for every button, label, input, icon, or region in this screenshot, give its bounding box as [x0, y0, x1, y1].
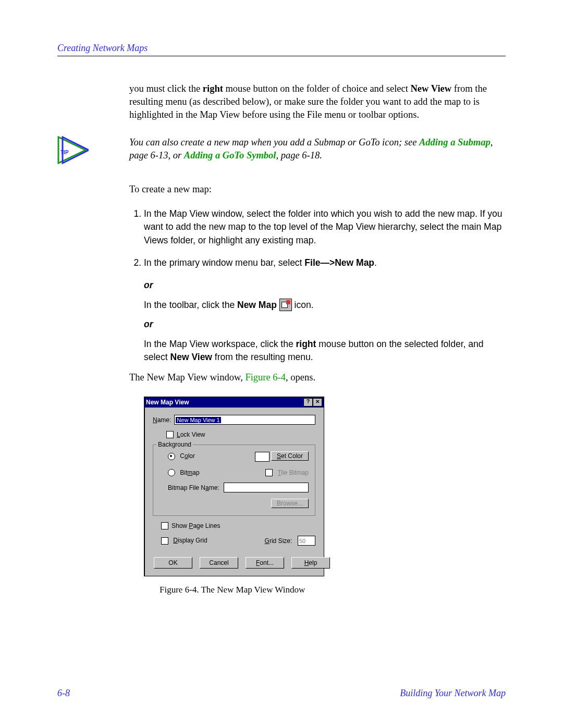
t: mouse button on the folder of choice and…	[223, 83, 411, 94]
lead-para: To create a new map:	[129, 183, 506, 196]
link-adding-submap[interactable]: Adding a Submap	[419, 137, 491, 147]
new-map-view-dialog: New Map View ? ✕ Name: New Map View 1 Lo…	[144, 397, 324, 576]
kw-right: right	[203, 83, 223, 94]
page-header: Creating Network Maps	[57, 43, 506, 54]
step-2-alt-toolbar: In the toolbar, click the New Map icon.	[144, 299, 506, 312]
cancel-button[interactable]: Cancel	[200, 557, 238, 569]
help-titlebar-button[interactable]: ?	[303, 398, 313, 406]
step-1: In the Map View window, select the folde…	[144, 207, 506, 247]
help-button[interactable]: Help	[291, 557, 330, 569]
color-radio[interactable]	[168, 453, 175, 460]
step-2: In the primary window menu bar, select F…	[144, 256, 506, 269]
ok-button[interactable]: OK	[154, 557, 192, 569]
font-button[interactable]: Font...	[246, 557, 284, 569]
display-grid-checkbox[interactable]	[161, 537, 168, 545]
kw-newview2: New View	[170, 352, 212, 362]
menu-file-newmap: File—>New Map	[304, 257, 374, 268]
figure-ref[interactable]: Figure 6-4	[245, 372, 286, 382]
or-2: or	[144, 318, 506, 331]
t: In the toolbar, click the	[144, 300, 237, 310]
intro-para: you must click the right mouse button on…	[129, 82, 506, 121]
t: The New Map View window,	[129, 372, 245, 382]
or-1: or	[144, 279, 506, 292]
t: , opens.	[286, 372, 315, 382]
name-label: Name:	[153, 416, 171, 424]
bitmap-filename-input[interactable]	[224, 483, 309, 492]
browse-button[interactable]: Browse...	[271, 499, 309, 508]
background-legend: Background	[156, 441, 193, 448]
t: In the primary window menu bar, select	[144, 257, 304, 268]
figure-caption: Figure 6-4. The New Map View Window	[160, 585, 506, 595]
t: icon.	[295, 300, 314, 310]
color-swatch	[255, 452, 270, 462]
tile-bitmap-checkbox[interactable]	[265, 469, 273, 476]
show-page-lines-checkbox[interactable]	[161, 522, 168, 529]
color-label: Color	[180, 452, 195, 460]
header-rule	[57, 56, 506, 56]
link-adding-goto[interactable]: Adding a GoTo Symbol	[184, 150, 276, 161]
grid-size-input[interactable]: 50	[298, 536, 315, 546]
new-map-toolbar-icon	[279, 299, 292, 311]
kw-newview: New View	[410, 83, 451, 94]
background-group: Background Color Set Color	[153, 445, 315, 516]
tip-label: TIP	[60, 150, 69, 155]
tip-text: You can also create a new map when you a…	[129, 136, 506, 162]
t: , page 6-18.	[276, 150, 322, 161]
t: from the resulting menu.	[212, 352, 313, 362]
display-grid-label: Display Grid	[173, 537, 207, 544]
after-para: The New Map View window, Figure 6-4, ope…	[129, 371, 506, 384]
tile-bitmap-label: Tile Bitmap	[277, 469, 309, 476]
show-page-lines-label: Show Page Lines	[172, 522, 220, 529]
t: .	[374, 257, 377, 268]
kw-right2: right	[296, 339, 316, 349]
t: In the Map View workspace, click the	[144, 339, 296, 349]
page-number: 6-8	[57, 688, 70, 699]
lock-view-label: Lock View	[177, 431, 205, 438]
dialog-titlebar: New Map View ? ✕	[144, 397, 324, 408]
step-2-alt-context: In the Map View workspace, click the rig…	[144, 338, 506, 364]
t: You can also create a new map when you a…	[129, 137, 419, 147]
set-color-button[interactable]: Set Color	[271, 451, 309, 461]
bitmap-radio[interactable]	[168, 469, 175, 476]
name-input[interactable]: New Map View 1	[174, 415, 315, 425]
name-input-value: New Map View 1	[176, 417, 221, 423]
tip-icon: TIP	[57, 136, 89, 164]
bitmap-label: Bitmap	[180, 469, 199, 476]
grid-size-label: Grid Size:	[265, 537, 292, 545]
page-footer: 6-8 Building Your Network Map	[57, 688, 506, 699]
figure-6-4: New Map View ? ✕ Name: New Map View 1 Lo…	[144, 397, 506, 595]
t: you must click the	[129, 83, 203, 94]
close-titlebar-button[interactable]: ✕	[313, 398, 322, 406]
dialog-title: New Map View	[146, 399, 189, 406]
bitmap-filename-label: Bitmap File Name:	[168, 484, 219, 491]
lock-view-checkbox[interactable]	[166, 431, 174, 438]
section-title: Building Your Network Map	[400, 688, 506, 699]
kw-new-map: New Map	[237, 300, 277, 310]
tip-block: TIP You can also create a new map when y…	[57, 136, 506, 164]
steps-list: In the Map View window, select the folde…	[129, 207, 506, 270]
